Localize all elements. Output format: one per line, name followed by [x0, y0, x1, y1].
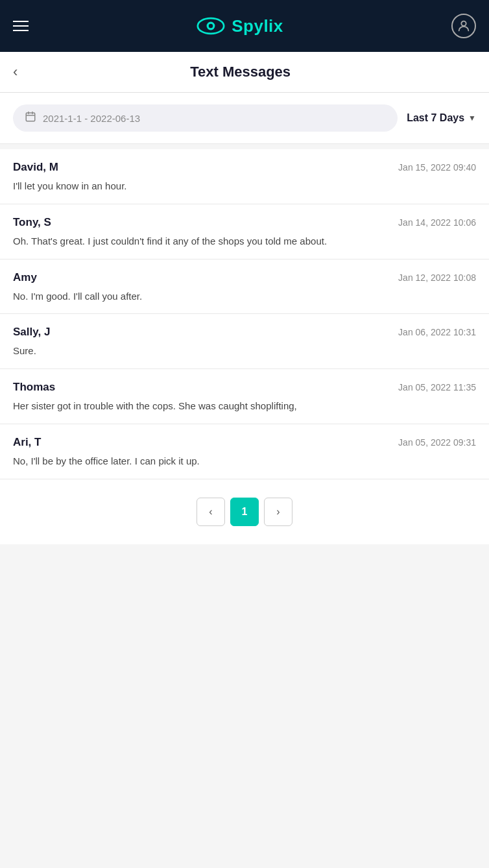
message-preview: Sure. — [13, 344, 476, 358]
message-item[interactable]: Ari, T Jan 05, 2022 09:31 No, I'll be by… — [0, 424, 489, 479]
message-preview: No, I'll be by the office later. I can p… — [13, 454, 476, 468]
contact-name: Amy — [13, 271, 37, 284]
app-header: Spylix — [0, 0, 489, 52]
message-item[interactable]: Thomas Jan 05, 2022 11:35 Her sister got… — [0, 369, 489, 424]
contact-name: Tony, S — [13, 216, 51, 229]
back-button[interactable]: ‹ — [13, 65, 18, 79]
message-item[interactable]: Amy Jan 12, 2022 10:08 No. I'm good. I'l… — [0, 259, 489, 315]
message-time: Jan 05, 2022 09:31 — [398, 437, 476, 448]
date-range-input[interactable]: 2021-1-1 - 2022-06-13 — [13, 104, 398, 132]
svg-point-2 — [209, 24, 213, 28]
prev-page-button[interactable]: ‹ — [197, 498, 225, 526]
message-preview: I'll let you know in an hour. — [13, 179, 476, 193]
menu-button[interactable] — [13, 21, 29, 31]
message-preview: Her sister got in trouble with the cops.… — [13, 399, 476, 413]
message-time: Jan 06, 2022 10:31 — [398, 327, 476, 337]
message-header: Sally, J Jan 06, 2022 10:31 — [13, 326, 476, 339]
menu-icon-line3 — [13, 30, 29, 31]
contact-name: Sally, J — [13, 326, 50, 339]
logo-text: Spylix — [232, 16, 283, 36]
message-header: Ari, T Jan 05, 2022 09:31 — [13, 436, 476, 449]
message-time: Jan 05, 2022 11:35 — [398, 382, 476, 392]
avatar-button[interactable] — [451, 14, 476, 38]
message-time: Jan 15, 2022 09:40 — [398, 162, 476, 173]
current-page-button[interactable]: 1 — [230, 498, 259, 526]
title-bar: ‹ Text Messages — [0, 52, 489, 93]
svg-rect-4 — [26, 113, 35, 121]
chevron-down-icon: ▼ — [468, 114, 476, 123]
user-icon — [457, 19, 471, 33]
pagination: ‹ 1 › — [0, 479, 489, 544]
message-header: David, M Jan 15, 2022 09:40 — [13, 161, 476, 174]
page-title: Text Messages — [24, 64, 457, 80]
logo-icon — [197, 17, 225, 35]
date-filter-dropdown[interactable]: Last 7 Days ▼ — [407, 112, 476, 124]
message-item[interactable]: Sally, J Jan 06, 2022 10:31 Sure. — [0, 314, 489, 369]
contact-name: David, M — [13, 161, 58, 174]
message-preview: Oh. That's great. I just couldn't find i… — [13, 234, 476, 248]
contact-name: Thomas — [13, 381, 55, 394]
message-item[interactable]: David, M Jan 15, 2022 09:40 I'll let you… — [0, 149, 489, 204]
message-header: Thomas Jan 05, 2022 11:35 — [13, 381, 476, 394]
message-time: Jan 14, 2022 10:06 — [398, 217, 476, 228]
message-header: Tony, S Jan 14, 2022 10:06 — [13, 216, 476, 229]
message-time: Jan 12, 2022 10:08 — [398, 272, 476, 283]
filter-bar: 2021-1-1 - 2022-06-13 Last 7 Days ▼ — [0, 93, 489, 144]
menu-icon-line2 — [13, 25, 29, 27]
calendar-icon — [25, 111, 36, 125]
message-preview: No. I'm good. I'll call you after. — [13, 289, 476, 304]
date-range-value: 2021-1-1 - 2022-06-13 — [43, 113, 140, 124]
menu-icon-line1 — [13, 21, 29, 22]
filter-label: Last 7 Days — [407, 112, 464, 124]
message-item[interactable]: Tony, S Jan 14, 2022 10:06 Oh. That's gr… — [0, 204, 489, 259]
message-header: Amy Jan 12, 2022 10:08 — [13, 271, 476, 284]
next-page-button[interactable]: › — [264, 498, 292, 526]
message-list: David, M Jan 15, 2022 09:40 I'll let you… — [0, 149, 489, 479]
svg-point-3 — [461, 21, 466, 26]
app-logo: Spylix — [197, 16, 283, 36]
contact-name: Ari, T — [13, 436, 41, 449]
